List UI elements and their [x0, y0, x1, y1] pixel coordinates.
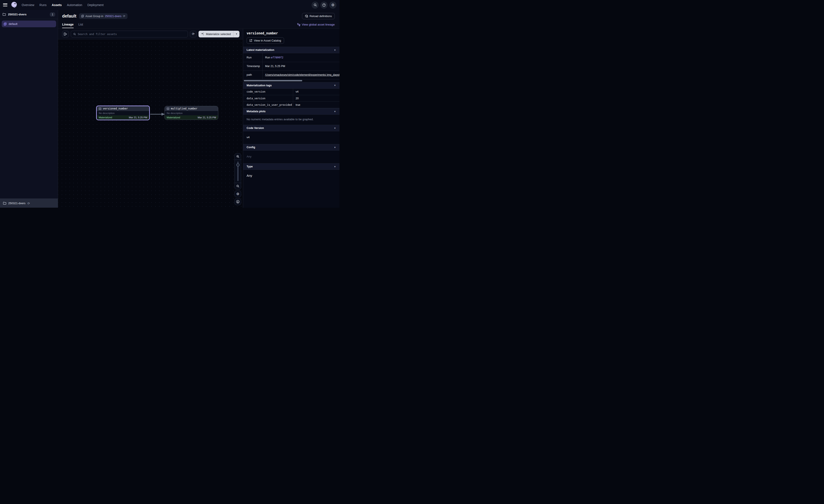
sync-icon[interactable]: ⟳: [123, 14, 125, 18]
row-key: path: [243, 71, 263, 79]
section-config[interactable]: Config ▼: [243, 144, 339, 150]
search-button[interactable]: [312, 2, 319, 9]
section-title: Type: [246, 165, 253, 168]
refresh-icon: ⟳: [192, 32, 195, 36]
top-nav: Overview Runs Assets Automation Deployme…: [0, 0, 339, 10]
tag-value: 20: [293, 95, 339, 102]
chevron-down-icon[interactable]: ▼: [334, 110, 336, 113]
chevron-down-icon[interactable]: ▼: [334, 146, 336, 149]
tab-list[interactable]: List: [78, 23, 83, 28]
page-header: default Asset Group in 250321-dvers ⟳ Re…: [58, 10, 339, 28]
gear-icon: ⚙: [236, 192, 239, 196]
materialized-status: Materialized: [99, 116, 112, 119]
expand-panel-button[interactable]: [62, 31, 69, 37]
tag-key: code_version: [243, 89, 293, 95]
reload-definitions-button[interactable]: Reload definitions: [302, 13, 335, 19]
graph-settings-button[interactable]: ⚙: [234, 191, 241, 197]
asset-node-description: No description: [97, 111, 149, 115]
section-title: Code Version: [246, 127, 264, 130]
sidebar-repo-label: 250321-dvers: [8, 13, 27, 16]
section-type[interactable]: Type ▼: [243, 163, 339, 170]
lineage-edge-arrow: [150, 112, 166, 116]
run-id-link[interactable]: ef7800f2: [271, 56, 283, 59]
section-code-version[interactable]: Code Version ▼: [243, 125, 339, 131]
lineage-graph-icon: [297, 23, 300, 26]
view-in-asset-catalog-button[interactable]: View in Asset Catalog: [246, 37, 284, 44]
path-link[interactable]: /Users/smackesey/stm/code/elementl/exper…: [265, 73, 340, 76]
catalog-button-label: View in Asset Catalog: [254, 39, 281, 42]
asset-search-box: [71, 31, 188, 37]
nav-item-deployment[interactable]: Deployment: [88, 3, 104, 7]
zoom-out-button[interactable]: [235, 183, 241, 189]
settings-button[interactable]: ⚙: [329, 2, 336, 9]
hamburger-menu-icon[interactable]: [3, 3, 7, 6]
expand-panel-icon: [64, 33, 67, 35]
section-metadata-plots[interactable]: Metadata plots ▼: [243, 108, 339, 115]
section-title: Metadata plots: [246, 110, 266, 113]
asset-node-multiplied-number[interactable]: multiplied_number No description Materia…: [165, 106, 218, 120]
download-icon: [236, 200, 240, 204]
lineage-canvas[interactable]: versioned_number No description Material…: [58, 39, 243, 208]
asset-node-versioned-number[interactable]: versioned_number No description Material…: [96, 106, 150, 120]
type-value: Any: [243, 170, 339, 182]
search-icon: [73, 33, 76, 35]
zoom-slider-knob[interactable]: [236, 163, 239, 166]
canvas-controls: ⚙: [234, 153, 241, 205]
tab-lineage[interactable]: Lineage: [62, 23, 74, 28]
panel-asset-title: versioned_number: [246, 31, 336, 35]
chevron-down-icon[interactable]: ▼: [334, 165, 336, 168]
section-title: Latest materialization: [246, 48, 274, 51]
dagster-app: Overview Runs Assets Automation Deployme…: [0, 0, 339, 208]
section-materialization-tags[interactable]: Materialization tags ▼: [243, 82, 339, 89]
table-icon: [167, 108, 169, 110]
nav-item-runs[interactable]: Runs: [39, 3, 46, 7]
table-row: Run Run ef7800f2: [243, 53, 339, 62]
asset-group-icon: [4, 22, 7, 25]
horizontal-scrollbar[interactable]: [244, 80, 302, 81]
table-row: data_version 20: [243, 95, 339, 102]
table-icon: [99, 108, 101, 110]
materialized-status: Materialized: [167, 116, 180, 119]
refresh-graph-button[interactable]: ⟳: [190, 31, 197, 37]
zoom-slider[interactable]: [235, 160, 241, 183]
nav-item-automation[interactable]: Automation: [67, 3, 82, 7]
materialized-timestamp: Mar 21, 5:25 PM: [198, 116, 216, 119]
badge-repo-link[interactable]: 250321-dvers: [105, 15, 121, 18]
folder-icon: [3, 202, 6, 205]
gear-icon: ⚙: [331, 3, 334, 7]
chevron-down-icon[interactable]: ▼: [334, 127, 336, 129]
table-row: data_version_is_user_provided true: [243, 102, 339, 108]
tag-value: v4: [293, 89, 339, 95]
row-key: Run: [243, 53, 263, 62]
download-image-button[interactable]: [234, 198, 241, 205]
zoom-in-icon: [236, 155, 239, 158]
materialize-selected-button[interactable]: Materialize selected ▼: [199, 31, 239, 37]
section-title: Materialization tags: [246, 84, 272, 87]
help-icon: [322, 3, 326, 7]
nav-item-overview[interactable]: Overview: [22, 3, 34, 7]
run-prefix: Run: [265, 56, 271, 59]
primary-nav: Overview Runs Assets Automation Deployme…: [22, 3, 104, 7]
chevron-down-icon[interactable]: ▼: [334, 49, 336, 51]
help-button[interactable]: [320, 2, 328, 9]
materialize-dropdown-button[interactable]: ▼: [233, 31, 239, 37]
reload-definitions-label: Reload definitions: [310, 14, 332, 18]
lineage-graph-column: ⟳ Materialize selected ▼: [58, 29, 243, 208]
section-latest-materialization[interactable]: Latest materialization ▼: [243, 47, 339, 53]
materialize-selected-label: Materialize selected: [206, 32, 231, 36]
chevron-down-icon[interactable]: ▼: [334, 84, 336, 87]
sync-icon[interactable]: ⟳: [27, 202, 30, 205]
table-row: Timestamp Mar 21, 5:25 PM: [243, 62, 339, 71]
row-key: Timestamp: [243, 62, 263, 71]
view-global-asset-lineage-link[interactable]: View global asset lineage: [297, 23, 335, 28]
section-title: Config: [246, 146, 255, 149]
dagster-logo[interactable]: [10, 1, 18, 9]
zoom-in-button[interactable]: [235, 153, 241, 160]
search-input[interactable]: [78, 32, 186, 36]
external-link-icon: [249, 39, 252, 42]
asset-detail-panel: versioned_number View in Asset Catalog L…: [243, 29, 339, 208]
row-value: Run ef7800f2: [263, 53, 339, 62]
sidebar-repo-row[interactable]: 250321-dvers 1: [0, 10, 58, 19]
sidebar-item-default[interactable]: default: [2, 20, 56, 27]
nav-item-assets[interactable]: Assets: [52, 3, 62, 7]
